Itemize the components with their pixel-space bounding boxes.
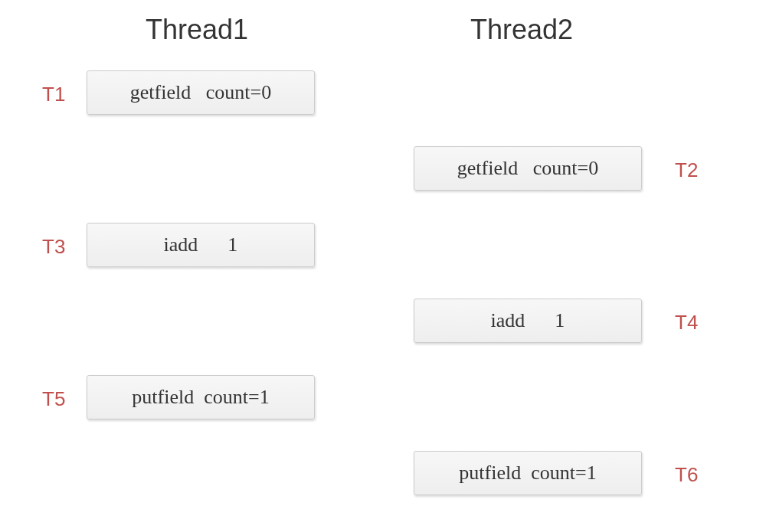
step-label-t1: T1 [42,83,65,106]
step-label-t2: T2 [675,158,698,182]
instruction-box-t4: iadd 1 [414,299,642,343]
step-label-t5: T5 [42,387,65,411]
step-label-t4: T4 [675,311,698,335]
instruction-box-t5: putfield count=1 [87,375,315,419]
instruction-box-t2: getfield count=0 [414,146,642,191]
step-label-t3: T3 [42,235,65,259]
step-label-t6: T6 [675,463,698,487]
instruction-box-t6: putfield count=1 [414,451,642,495]
instruction-box-t1: getfield count=0 [87,70,315,115]
thread1-header: Thread1 [146,14,248,46]
thread2-header: Thread2 [470,14,573,46]
instruction-box-t3: iadd 1 [87,223,315,267]
